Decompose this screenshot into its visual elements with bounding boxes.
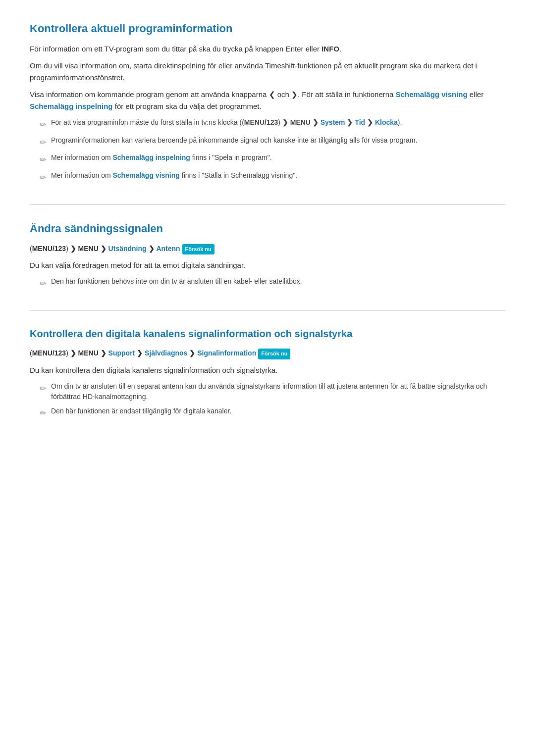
section1-para1-info: INFO xyxy=(321,45,339,53)
bullet-item-2: ✏ Programinformationen kan variera beroe… xyxy=(40,135,505,149)
section3-menu-path: (MENU/123) ❯ MENU ❯ Support ❯ Självdiagn… xyxy=(30,348,505,359)
bullet-icon-3: ✏ xyxy=(40,153,46,166)
section1-para3-or: eller xyxy=(468,90,484,99)
section-sandning: Ändra sändningssignalen (MENU/123) ❯ MEN… xyxy=(30,204,505,290)
bullet-icon-s2-1: ✏ xyxy=(40,277,46,290)
menu-bold-1: MENU xyxy=(290,118,311,126)
chevron-1: ❯ xyxy=(282,118,288,126)
section3-bullet-text-1: Om din tv är ansluten till en separat an… xyxy=(51,381,505,402)
section1-para3-start: Visa information om kommande program gen… xyxy=(30,90,269,99)
section2-bullet-1: ✏ Den här funktionen behövs inte om din … xyxy=(40,276,505,290)
section-program-info: Kontrollera aktuell programinformation F… xyxy=(30,20,505,184)
system-link: System xyxy=(321,118,345,126)
chevron-s3-4: ❯ xyxy=(189,349,195,357)
chevron-s3-2: ❯ xyxy=(101,349,107,357)
section1-para1: För information om ett TV-program som du… xyxy=(30,43,505,55)
bullet-item-3: ✏ Mer information om Schemalägg inspelni… xyxy=(40,152,505,166)
section2-bullet-list: ✏ Den här funktionen behövs inte om din … xyxy=(40,276,505,290)
tid-link: Tid xyxy=(355,118,365,126)
menu-s3: MENU xyxy=(78,349,99,357)
chevron-s2-2: ❯ xyxy=(101,245,107,252)
section2-desc: Du kan välja föredragen metod för att ta… xyxy=(30,259,505,271)
chevron-s2-3: ❯ xyxy=(149,245,155,252)
section2-title: Ändra sändningssignalen xyxy=(30,220,505,237)
bullet-text-1: För att visa programinfon måste du först… xyxy=(51,117,505,128)
menu123-bold-1: MENU/123 xyxy=(244,118,278,126)
section3-title: Kontrollera den digitala kanalens signal… xyxy=(30,326,505,342)
section-signal-info: Kontrollera den digitala kanalens signal… xyxy=(30,310,505,419)
section1-para3-mid: . För att ställa in funktionerna xyxy=(298,90,396,99)
section1-para1-text: För information om ett TV-program som du… xyxy=(30,45,321,53)
bullet-text-2: Programinformationen kan variera beroend… xyxy=(51,135,505,146)
section1-para2: Om du vill visa information om, starta d… xyxy=(30,60,505,84)
bullet-icon-4: ✏ xyxy=(40,171,46,184)
section1-para3-arrows: ❮ och ❯ xyxy=(269,90,298,99)
utsandning-link: Utsändning xyxy=(108,245,147,252)
section3-desc: Du kan kontrollera den digitala kanalens… xyxy=(30,364,505,376)
section3-bullet-1: ✏ Om din tv är ansluten till en separat … xyxy=(40,381,505,402)
bullet-icon-1: ✏ xyxy=(40,118,46,131)
menu-s2: MENU xyxy=(78,245,99,252)
section2-bullet-text-1: Den här funktionen behövs inte om din tv… xyxy=(51,276,505,287)
bullet-text-3: Mer information om Schemalägg inspelning… xyxy=(51,152,505,163)
schemainspelning-link-2[interactable]: Schemalägg inspelning xyxy=(112,153,190,161)
section3-bullet-2: ✏ Den här funktionen är endast tillgängl… xyxy=(40,406,505,420)
section1-schemavisnig-link[interactable]: Schemalägg visning xyxy=(396,90,468,99)
schemavisning-link-2[interactable]: Schemalägg visning xyxy=(112,171,179,179)
bullet-icon-s3-2: ✏ xyxy=(40,407,46,420)
support-link[interactable]: Support xyxy=(108,349,135,357)
section1-title: Kontrollera aktuell programinformation xyxy=(30,20,505,37)
antenn-link: Antenn xyxy=(156,245,180,252)
forsok-nu-badge-2[interactable]: Försök nu xyxy=(258,349,290,359)
section1-para3-end: för ett program ska du välja det program… xyxy=(113,102,262,110)
menu123-s2: MENU/123 xyxy=(32,245,66,252)
bullet-icon-s3-1: ✏ xyxy=(40,382,46,395)
bullet-item-1: ✏ För att visa programinfon måste du för… xyxy=(40,117,505,131)
section1-para1-end: . xyxy=(339,45,341,53)
section3-bullet-text-2: Den här funktionen är endast tillgänglig… xyxy=(51,406,505,416)
section2-menu-path: (MENU/123) ❯ MENU ❯ Utsändning ❯ AntennF… xyxy=(30,243,505,255)
section1-para3: Visa information om kommande program gen… xyxy=(30,89,505,112)
chevron-s3-1: ❯ xyxy=(70,349,76,357)
klocka-link: Klocka xyxy=(375,118,398,126)
forsok-nu-badge-1[interactable]: Försök nu xyxy=(182,244,214,255)
bullet-text-4: Mer information om Schemalägg visning fi… xyxy=(51,170,505,181)
sjalvdiagnos-link[interactable]: Självdiagnos xyxy=(145,349,187,357)
section3-bullet-list: ✏ Om din tv är ansluten till en separat … xyxy=(40,381,505,420)
chevron-2: ❯ xyxy=(313,118,319,126)
chevron-s2-1: ❯ xyxy=(70,245,76,252)
bullet-icon-2: ✏ xyxy=(40,136,46,149)
bullet-item-4: ✏ Mer information om Schemalägg visning … xyxy=(40,170,505,184)
section1-schemainspelning-link[interactable]: Schemalägg inspelning xyxy=(30,102,113,110)
chevron-s3-3: ❯ xyxy=(137,349,143,357)
section1-bullet-list: ✏ För att visa programinfon måste du för… xyxy=(40,117,505,184)
chevron-3: ❯ xyxy=(347,118,353,126)
chevron-4: ❯ xyxy=(367,118,373,126)
signalinformation-link[interactable]: Signalinformation xyxy=(197,349,256,357)
menu123-s3: MENU/123 xyxy=(32,349,66,357)
